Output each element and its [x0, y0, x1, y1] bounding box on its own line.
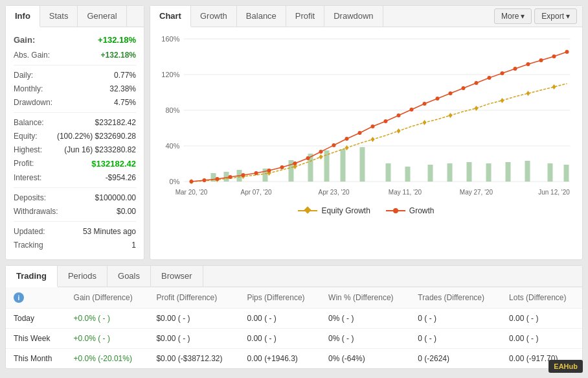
svg-point-73	[565, 50, 569, 54]
row-thismonth-gain: +0.0% (-20.01%)	[66, 349, 149, 369]
svg-text:0%: 0%	[170, 178, 180, 185]
left-tab-bar: Info Stats General	[6, 6, 144, 27]
tab-stats[interactable]: Stats	[40, 6, 78, 27]
svg-point-52	[293, 161, 297, 165]
withdrawals-label: Withdrawals:	[14, 206, 58, 217]
row-today-pips: 0.00 ( - )	[239, 309, 321, 329]
svg-point-58	[371, 124, 375, 128]
updated-label: Updated:	[14, 226, 45, 237]
chart-header: Chart Growth Balance Profit Drawdown Mor…	[150, 6, 582, 27]
tab-periods[interactable]: Periods	[58, 266, 107, 287]
chart-legend: Equity Growth Growth	[157, 206, 576, 215]
interest-row: Interest: -$954.26	[14, 172, 136, 183]
tracking-row: Tracking 1	[14, 239, 136, 251]
svg-text:Mar 20, '20: Mar 20, '20	[175, 189, 208, 196]
left-panel: Info Stats General Gain: +132.18% Abs. G…	[5, 5, 144, 260]
row-thisweek-pips: 0.00 ( - )	[239, 329, 321, 349]
svg-marker-41	[501, 98, 504, 103]
svg-marker-43	[552, 84, 556, 89]
monthly-row: Monthly: 32.38%	[14, 83, 136, 95]
info-icon[interactable]: i	[14, 292, 24, 303]
export-button[interactable]: Export ▾	[534, 8, 577, 24]
withdrawals-row: Withdrawals: $0.00	[14, 206, 136, 217]
chart-tab-drawdown[interactable]: Drawdown	[324, 6, 383, 27]
svg-point-70	[526, 62, 530, 66]
svg-point-72	[552, 54, 556, 58]
legend-equity-label: Equity Growth	[321, 206, 370, 215]
svg-rect-28	[564, 165, 569, 182]
top-section: Info Stats General Gain: +132.18% Abs. G…	[5, 5, 583, 260]
svg-point-45	[203, 178, 207, 182]
deposits-value: $100000.00	[95, 192, 136, 204]
svg-marker-36	[371, 137, 375, 142]
svg-point-63	[436, 97, 440, 100]
drawdown-row: Drawdown: 4.75%	[14, 97, 136, 108]
profit-value: $132182.42	[91, 158, 136, 171]
row-thismonth-profit: $0.00 (-$38712.32)	[148, 349, 239, 369]
eahub-badge: EAHub	[548, 360, 583, 373]
svg-rect-11	[224, 172, 229, 182]
chart-tab-chart[interactable]: Chart	[150, 6, 191, 27]
svg-point-65	[462, 86, 466, 90]
legend-growth-label: Growth	[409, 206, 435, 215]
svg-point-64	[449, 91, 453, 95]
trading-table: i Gain (Difference) Profit (Difference) …	[6, 287, 582, 368]
daily-label: Daily:	[14, 69, 33, 81]
row-thismonth-pips: 0.00 (+1946.3)	[239, 349, 321, 369]
highest-label: Highest:	[14, 144, 42, 156]
svg-point-44	[190, 180, 194, 183]
gain-row: Gain: +132.18%	[14, 34, 136, 47]
chart-tab-growth[interactable]: Growth	[191, 6, 237, 27]
row-thisweek-label: This Week	[6, 329, 66, 349]
balance-label: Balance:	[14, 117, 44, 128]
svg-text:May 11, '20: May 11, '20	[389, 189, 422, 196]
drawdown-value: 4.75%	[114, 97, 136, 108]
tab-trading[interactable]: Trading	[6, 266, 58, 287]
svg-rect-14	[289, 160, 294, 182]
svg-text:Jun 12, '20: Jun 12, '20	[538, 189, 570, 196]
deposits-row: Deposits: $100000.00	[14, 192, 136, 204]
tab-goals[interactable]: Goals	[107, 266, 151, 287]
legend-growth: Growth	[386, 206, 435, 215]
more-button[interactable]: More ▾	[494, 8, 532, 24]
tracking-value: 1	[131, 239, 136, 251]
svg-point-68	[501, 71, 504, 75]
row-thisweek-profit: $0.00 ( - )	[148, 329, 239, 349]
svg-point-53	[306, 156, 310, 160]
chart-tab-balance[interactable]: Balance	[237, 6, 286, 27]
tab-browser[interactable]: Browser	[151, 266, 203, 287]
row-today-label: Today	[6, 309, 66, 329]
svg-rect-20	[405, 167, 411, 182]
updated-value: 53 Minutes ago	[83, 226, 136, 237]
abs-gain-label: Abs. Gain:	[14, 49, 50, 61]
svg-rect-18	[360, 147, 365, 182]
abs-gain-value: +132.18%	[101, 49, 136, 61]
withdrawals-value: $0.00	[117, 206, 136, 217]
th-pips: Pips (Difference)	[239, 287, 321, 309]
svg-rect-17	[341, 149, 346, 182]
chart-tab-profit[interactable]: Profit	[286, 6, 324, 27]
row-today-profit: $0.00 ( - )	[148, 309, 239, 329]
chevron-down-icon: ▾	[566, 12, 570, 21]
svg-point-69	[514, 67, 517, 71]
svg-point-66	[475, 81, 479, 85]
svg-point-48	[242, 173, 245, 177]
bottom-section: Trading Periods Goals Browser i Gain (Di…	[5, 265, 583, 369]
svg-marker-39	[449, 113, 453, 118]
tab-general[interactable]: General	[78, 6, 126, 27]
th-lots: Lots (Difference)	[501, 287, 582, 309]
tab-info[interactable]: Info	[6, 6, 40, 27]
svg-marker-34	[319, 154, 323, 159]
tracking-label: Tracking	[14, 239, 43, 251]
svg-point-71	[539, 58, 543, 62]
table-header-row: i Gain (Difference) Profit (Difference) …	[6, 287, 582, 309]
bottom-tab-bar: Trading Periods Goals Browser	[6, 266, 582, 287]
equity-label: Equity:	[14, 130, 38, 142]
more-label: More	[501, 12, 519, 21]
equity-value: (100.22%) $232690.28	[57, 130, 136, 142]
monthly-label: Monthly:	[14, 83, 43, 95]
table-row: This Month +0.0% (-20.01%) $0.00 (-$3871…	[6, 349, 582, 369]
profit-row: Profit: $132182.42	[14, 158, 136, 171]
th-profit: Profit (Difference)	[148, 287, 239, 309]
row-thisweek-lots: 0.00 ( - )	[501, 329, 582, 349]
